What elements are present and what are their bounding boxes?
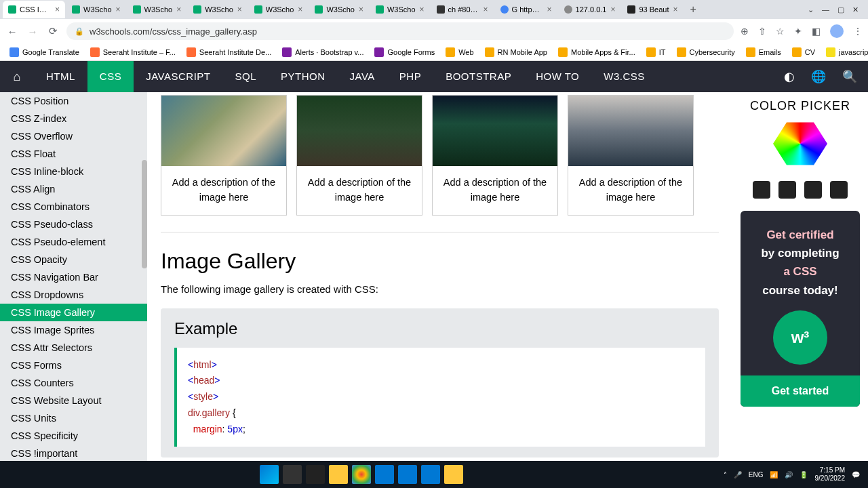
topnav-item[interactable]: SQL: [222, 61, 269, 92]
topnav-item[interactable]: CSS: [87, 61, 134, 92]
notifications-icon[interactable]: 💬: [852, 471, 860, 479]
clock-date[interactable]: 9/20/2022: [814, 474, 845, 483]
color-picker-hexagon[interactable]: [773, 120, 827, 167]
menu-icon[interactable]: ⋮: [853, 26, 863, 37]
bookmark-item[interactable]: Seeraht Institute De...: [182, 46, 275, 58]
sidebar[interactable]: CSS PositionCSS Z-indexCSS OverflowCSS F…: [0, 92, 147, 474]
dark-mode-icon[interactable]: ◐: [784, 69, 795, 84]
sidebar-item[interactable]: CSS Float: [0, 145, 147, 163]
sidebar-item[interactable]: CSS Image Sprites: [0, 321, 147, 339]
notepad-icon[interactable]: [444, 465, 463, 484]
new-tab-button[interactable]: +: [685, 3, 702, 16]
app-icon[interactable]: [398, 465, 417, 484]
battery-icon[interactable]: 🔋: [800, 471, 808, 479]
browser-tab[interactable]: ch #808080×: [431, 1, 494, 18]
browser-tab[interactable]: W3Scho×: [309, 1, 369, 18]
share-icon[interactable]: ⇧: [758, 26, 766, 37]
instagram-icon[interactable]: [778, 181, 796, 199]
sidebar-item[interactable]: CSS Image Gallery: [0, 304, 147, 321]
file-explorer-icon[interactable]: [329, 465, 348, 484]
clock-time[interactable]: 7:15 PM: [814, 466, 845, 474]
globe-icon[interactable]: 🌐: [811, 69, 826, 84]
tab-close-icon[interactable]: ×: [484, 5, 488, 14]
language-indicator[interactable]: ENG: [749, 471, 764, 479]
facebook-icon[interactable]: [753, 181, 770, 199]
tab-close-icon[interactable]: ×: [610, 5, 615, 14]
search-taskbar-icon[interactable]: [283, 465, 302, 484]
task-view-icon[interactable]: [306, 465, 325, 484]
topnav-item[interactable]: W3.CSS: [591, 61, 657, 92]
minimize-button[interactable]: —: [822, 5, 829, 14]
zoom-icon[interactable]: ⊕: [741, 26, 749, 37]
bookmark-item[interactable]: Google Translate: [5, 46, 83, 58]
wifi-icon[interactable]: 📶: [770, 471, 778, 479]
close-button[interactable]: ✕: [852, 5, 859, 14]
discord-icon[interactable]: [830, 181, 848, 199]
sidebar-item[interactable]: CSS Pseudo-element: [0, 233, 147, 251]
browser-tab[interactable]: W3Scho×: [188, 1, 248, 18]
calculator-icon[interactable]: [421, 465, 440, 484]
forward-button[interactable]: →: [26, 26, 39, 37]
main-content[interactable]: Add a description of the image here Add …: [147, 92, 732, 474]
topnav-item[interactable]: HTML: [34, 61, 87, 92]
bookmark-item[interactable]: Seeraht Institute – F...: [86, 46, 180, 58]
browser-tab[interactable]: 93 Beaut×: [622, 1, 683, 18]
sidebar-item[interactable]: CSS Position: [0, 92, 147, 110]
linkedin-icon[interactable]: [804, 181, 822, 199]
gallery-card[interactable]: Add a description of the image here: [568, 95, 694, 216]
bookmark-item[interactable]: javascript - Set a fo...: [822, 46, 868, 58]
browser-tab[interactable]: CSS Imag×: [3, 1, 65, 18]
sidebar-item[interactable]: CSS Attr Selectors: [0, 339, 147, 357]
topnav-item[interactable]: BOOTSTRAP: [433, 61, 524, 92]
chrome-icon[interactable]: [352, 465, 371, 484]
tab-close-icon[interactable]: ×: [547, 5, 552, 14]
profile-avatar[interactable]: [830, 24, 844, 38]
gallery-card[interactable]: Add a description of the image here: [432, 95, 558, 216]
sidebar-item[interactable]: CSS Website Layout: [0, 392, 147, 409]
browser-tab[interactable]: W3Scho×: [127, 1, 187, 18]
bookmark-item[interactable]: Cybersecurity: [673, 46, 739, 58]
tab-close-icon[interactable]: ×: [420, 5, 425, 14]
extensions-icon[interactable]: ✦: [794, 26, 802, 37]
sidebar-item[interactable]: CSS Overflow: [0, 127, 147, 145]
sidebar-item[interactable]: CSS Inline-block: [0, 163, 147, 180]
sidebar-item[interactable]: CSS Specificity: [0, 427, 147, 445]
tab-close-icon[interactable]: ×: [55, 5, 60, 14]
tab-close-icon[interactable]: ×: [359, 5, 363, 14]
tab-close-icon[interactable]: ×: [298, 5, 302, 14]
start-button[interactable]: [260, 465, 279, 484]
get-started-button[interactable]: Get started: [741, 375, 860, 407]
browser-tab[interactable]: 127.0.0.1×: [559, 1, 621, 18]
browser-tab[interactable]: G https://w×: [495, 1, 557, 18]
browser-tab[interactable]: W3Scho×: [249, 1, 309, 18]
bookmark-item[interactable]: Mobile Apps & Fir...: [554, 46, 639, 58]
gallery-card[interactable]: Add a description of the image here: [296, 95, 422, 216]
search-icon[interactable]: 🔍: [842, 69, 857, 84]
sidebar-item[interactable]: CSS Combinators: [0, 198, 147, 216]
maximize-button[interactable]: ▢: [837, 5, 844, 14]
bookmark-star-icon[interactable]: ☆: [776, 26, 785, 37]
vscode-icon[interactable]: [375, 465, 394, 484]
bookmark-item[interactable]: Emails: [742, 46, 785, 58]
gallery-card[interactable]: Add a description of the image here: [161, 95, 287, 216]
bookmark-item[interactable]: CV: [788, 46, 819, 58]
tab-close-icon[interactable]: ×: [237, 5, 242, 14]
chevron-up-icon[interactable]: ˄: [724, 471, 727, 479]
tab-close-icon[interactable]: ×: [116, 5, 121, 14]
topnav-item[interactable]: HOW TO: [524, 61, 591, 92]
reload-button[interactable]: ⟳: [46, 25, 60, 37]
sidebar-item[interactable]: CSS Navigation Bar: [0, 268, 147, 286]
sidebar-item[interactable]: CSS Opacity: [0, 251, 147, 268]
sidebar-item[interactable]: CSS Z-index: [0, 110, 147, 127]
address-bar[interactable]: 🔒 w3schools.com/css/css_image_gallery.as…: [66, 22, 734, 40]
bookmark-item[interactable]: Alerts · Bootstrap v...: [278, 46, 368, 58]
topnav-item[interactable]: PHP: [387, 61, 433, 92]
sidebar-item[interactable]: CSS Pseudo-class: [0, 216, 147, 233]
home-icon[interactable]: ⌂: [0, 70, 34, 84]
chevron-down-icon[interactable]: ⌄: [808, 5, 814, 14]
sidebar-item[interactable]: CSS Dropdowns: [0, 286, 147, 304]
scrollbar-thumb[interactable]: [142, 160, 147, 268]
side-panel-icon[interactable]: ◧: [812, 26, 821, 37]
sidebar-item[interactable]: CSS !important: [0, 445, 147, 462]
bookmark-item[interactable]: IT: [642, 46, 670, 58]
